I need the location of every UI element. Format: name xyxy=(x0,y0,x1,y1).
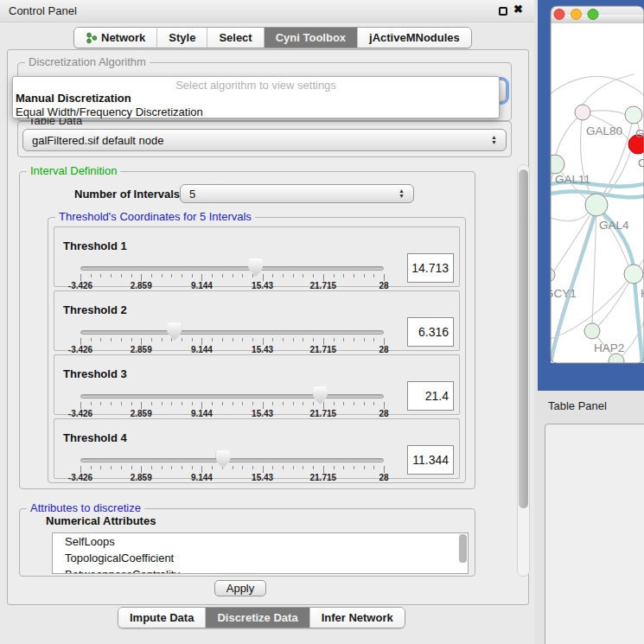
tick-mark xyxy=(384,338,385,345)
network-node[interactable] xyxy=(624,265,643,284)
threshold-value-field[interactable]: 6.316 xyxy=(407,317,454,347)
zoom-traffic-light-icon[interactable] xyxy=(588,10,598,20)
right-region: GAL80GACGAL11GAL4GCY1HHAP2 Table Panel ⚙… xyxy=(538,0,644,644)
threshold-slider[interactable]: -3.4262.8599.14415.4321.71528 xyxy=(80,390,384,416)
threshold-row-3: Threshold 3-3.4262.8599.14415.4321.71528… xyxy=(54,354,460,415)
tick-mark xyxy=(100,402,101,405)
table-data-combo[interactable]: galFiltered.sif default node ▲▼ xyxy=(22,129,507,151)
combo-stepper-icon: ▲▼ xyxy=(399,188,405,199)
tick-mark xyxy=(91,274,92,277)
algorithm-dropdown-popup: Select algorithm to view settings Manual… xyxy=(12,76,500,118)
threshold-value-field[interactable]: 14.713 xyxy=(407,253,454,283)
float-window-icon[interactable] xyxy=(499,7,507,16)
tick-mark xyxy=(354,466,354,469)
tick-mark xyxy=(373,402,374,405)
tick-mark xyxy=(151,274,152,277)
tab-discretize-data[interactable]: Discretize Data xyxy=(205,608,309,628)
tick-label: 28 xyxy=(379,345,388,354)
tab-cyni-toolbox[interactable]: Cyni Toolbox xyxy=(264,28,357,48)
attribute-item-selfloops[interactable]: SelfLoops xyxy=(53,533,468,550)
tick-mark xyxy=(151,466,152,469)
tick-label: 15.43 xyxy=(252,473,273,482)
attributes-list[interactable]: SelfLoopsTopologicalCoefficientBetweenne… xyxy=(52,532,469,574)
tick-label: 21.715 xyxy=(310,409,337,418)
slider-track[interactable] xyxy=(80,458,384,462)
network-node[interactable] xyxy=(585,194,608,216)
tab-label: Network xyxy=(101,31,145,44)
tick-label: 15.43 xyxy=(252,281,273,290)
tick-mark xyxy=(272,274,273,277)
close-window-icon[interactable]: ✖ xyxy=(513,3,523,16)
algorithm-hint: Select algorithm to view settings xyxy=(13,79,499,92)
close-traffic-light-icon[interactable] xyxy=(554,10,564,20)
tick-mark xyxy=(111,466,112,469)
attribute-item-betweennesscentrality[interactable]: BetweennessCentrality xyxy=(53,566,468,574)
tab-label: Discretize Data xyxy=(217,611,297,624)
threshold-slider[interactable]: -3.4262.8599.14415.4321.71528 xyxy=(80,262,384,288)
threshold-value-field[interactable]: 21.4 xyxy=(407,381,454,411)
tick-label: -3.426 xyxy=(68,345,92,354)
attributes-group-title: Attributes to discretize xyxy=(27,501,144,514)
tab-style[interactable]: Style xyxy=(156,28,207,48)
tick-mark xyxy=(323,338,324,345)
algorithm-option-equal-width-frequency-discretization[interactable]: Equal Width/Frequency Discretization xyxy=(16,105,203,118)
tick-label: 9.144 xyxy=(191,281,213,290)
tick-mark xyxy=(201,338,202,345)
tick-mark xyxy=(343,338,344,341)
tick-label: 21.715 xyxy=(310,473,337,482)
tick-mark xyxy=(100,338,101,341)
threshold-row-4: Threshold 4-3.4262.8599.14415.4321.71528… xyxy=(54,418,460,479)
network-view-canvas[interactable]: GAL80GACGAL11GAL4GCY1HHAP2 xyxy=(538,0,644,391)
tick-mark xyxy=(80,402,81,409)
tab-infer-network[interactable]: Infer Network xyxy=(309,608,405,628)
threshold-value-field[interactable]: 11.344 xyxy=(407,445,454,475)
tick-mark xyxy=(263,274,264,281)
slider-thumb[interactable] xyxy=(313,386,328,405)
slider-track[interactable] xyxy=(80,394,384,399)
threshold-slider[interactable]: -3.4262.8599.14415.4321.71528 xyxy=(80,326,384,352)
threshold-slider[interactable]: -3.4262.8599.14415.4321.71528 xyxy=(80,454,384,480)
apply-button[interactable]: Apply xyxy=(214,580,266,596)
slider-thumb[interactable] xyxy=(216,450,231,469)
num-intervals-combo[interactable]: 5 ▲▼ xyxy=(180,184,414,203)
tick-mark xyxy=(141,274,142,281)
tab-network[interactable]: Network xyxy=(74,28,156,48)
attribute-item-topologicalcoefficient[interactable]: TopologicalCoefficient xyxy=(53,550,468,566)
num-intervals-label: Number of Intervals xyxy=(74,188,180,201)
tick-mark xyxy=(272,402,273,405)
tick-mark xyxy=(141,338,142,345)
network-node[interactable] xyxy=(575,105,590,120)
tab-select[interactable]: Select xyxy=(207,28,263,48)
tick-mark xyxy=(283,274,284,277)
bottom-tab-bar: Impute DataDiscretize DataInfer Network xyxy=(118,607,405,628)
tab-label: Infer Network xyxy=(322,611,393,624)
slider-track[interactable] xyxy=(80,330,384,335)
tab-jactivemnodules[interactable]: jActiveMNodules xyxy=(357,28,471,48)
tick-mark xyxy=(171,466,172,469)
tick-label: 21.715 xyxy=(310,345,337,354)
tick-mark xyxy=(91,338,92,341)
tick-mark xyxy=(373,466,374,469)
tick-label: 2.859 xyxy=(131,409,152,418)
algorithm-option-manual-discretization[interactable]: Manual Discretization xyxy=(16,92,131,105)
network-node[interactable] xyxy=(625,106,642,124)
threshold-label: Threshold 2 xyxy=(63,303,127,316)
tick-mark xyxy=(313,466,314,469)
tick-mark xyxy=(343,274,344,277)
slider-track[interactable] xyxy=(80,266,384,271)
tick-mark xyxy=(201,466,202,473)
interval-definition-group: Interval Definition Number of Intervals … xyxy=(19,171,475,489)
attributes-list-scrollbar[interactable] xyxy=(459,534,467,563)
tab-impute-data[interactable]: Impute Data xyxy=(118,608,205,628)
content-scrollbar-thumb[interactable] xyxy=(519,169,528,508)
minimize-traffic-light-icon[interactable] xyxy=(571,10,582,20)
tick-mark xyxy=(182,466,182,469)
tick-mark xyxy=(323,402,324,409)
slider-thumb[interactable] xyxy=(248,258,263,277)
threshold-label: Threshold 1 xyxy=(63,239,127,252)
tick-mark xyxy=(182,274,182,277)
tick-mark xyxy=(80,274,81,281)
network-node[interactable] xyxy=(584,323,600,339)
slider-thumb[interactable] xyxy=(167,322,182,341)
tick-mark xyxy=(131,274,132,277)
